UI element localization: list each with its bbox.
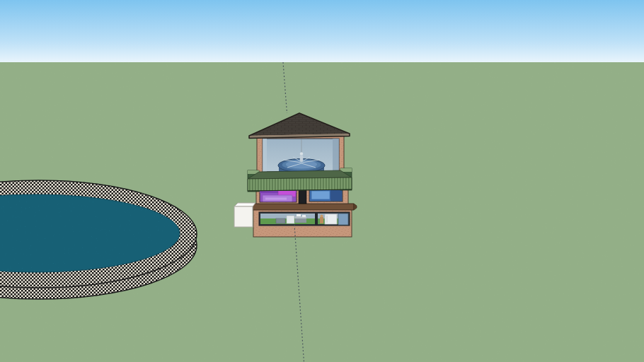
basement-papers-2 — [302, 215, 306, 217]
floor-slab[interactable] — [250, 204, 354, 210]
fountain-figure-head — [300, 152, 303, 155]
basement-figure-head — [321, 215, 323, 218]
white-box-top — [234, 203, 255, 206]
awning-striped-fascia — [248, 177, 352, 191]
basement-divider — [315, 212, 318, 226]
basement-cabinet — [338, 214, 348, 225]
purple-couch-seat — [265, 198, 287, 200]
blue-panel — [311, 191, 330, 199]
viewport-3d[interactable] — [0, 0, 644, 362]
basement-gray-box — [276, 218, 285, 223]
white-box-front — [234, 206, 253, 227]
glass-shade-left — [263, 139, 267, 172]
white-box[interactable] — [234, 203, 255, 227]
basement-white-unit — [287, 216, 294, 223]
upper-window[interactable] — [263, 139, 339, 173]
basement-strip-window[interactable] — [259, 212, 350, 226]
blue-room-window[interactable] — [309, 189, 343, 202]
basement-papers — [297, 214, 301, 216]
balcony-awning[interactable] — [248, 168, 352, 192]
house[interactable] — [248, 113, 357, 237]
sky — [0, 0, 644, 63]
basement-figure — [320, 217, 323, 223]
purple-room-window[interactable] — [260, 190, 297, 202]
glass-shade-right — [333, 139, 339, 172]
fountain-figure — [300, 156, 304, 162]
blue-dark-panel — [330, 190, 342, 201]
